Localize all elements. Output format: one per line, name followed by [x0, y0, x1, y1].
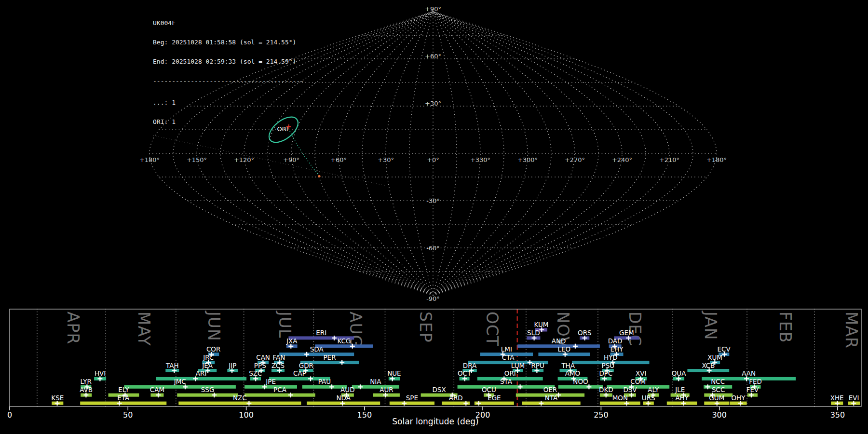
- shower-label-hvi: HVI: [95, 369, 106, 377]
- shower-label-jrc: JRC: [203, 353, 214, 361]
- longitude-label: +330°: [470, 156, 490, 163]
- longitude-label: +270°: [565, 156, 585, 163]
- shower-label-ahy: AHY: [675, 394, 689, 402]
- shower-label-dra: DRA: [463, 362, 477, 369]
- longitude-label: +30°: [378, 156, 394, 163]
- shower-label-fev: FEV: [746, 386, 759, 393]
- x-axis-title: Solar longitude (deg): [392, 417, 479, 426]
- info-panel: UK004F Beg: 20251028 01:58:58 (sol = 214…: [153, 7, 304, 132]
- longitude-label: +300°: [517, 156, 538, 163]
- shower-label-dad: DAD: [608, 337, 623, 345]
- longitude-label: +120°: [234, 156, 254, 163]
- shower-label-sta: STA: [500, 378, 513, 385]
- month-label-jan: JAN: [701, 311, 720, 340]
- longitude-label: +0°: [427, 156, 439, 163]
- month-label-may: MAY: [135, 312, 153, 346]
- shower-bar-jpe: [244, 385, 297, 389]
- shower-bar-nzc: [178, 402, 301, 405]
- shower-label-ohy: OHY: [731, 394, 746, 402]
- shower-label-kse: KSE: [51, 394, 64, 402]
- shower-label-ard: ARD: [449, 394, 463, 402]
- x-tick-label: 300: [712, 410, 727, 420]
- meridian-line: [433, 12, 575, 295]
- shower-label-sld: SLD: [527, 329, 540, 337]
- shower-label-ocu: OCU: [482, 386, 496, 393]
- shower-label-aur: AUR: [380, 386, 393, 393]
- shower-label-xvi: XVI: [636, 369, 646, 377]
- shower-label-aly: ALY: [648, 386, 659, 393]
- shower-label-amo: AMO: [565, 369, 581, 377]
- shower-label-ari: ARI: [196, 369, 207, 377]
- shower-label-dsv: DSV: [623, 386, 637, 393]
- shower-bar-jmc: [124, 385, 236, 389]
- x-tick-label: 350: [830, 410, 845, 420]
- longitude-label: +150°: [187, 156, 207, 163]
- shower-label-and: AND: [552, 337, 566, 345]
- latitude-label: -60°: [426, 244, 440, 252]
- shower-label-xcb: XCB: [702, 362, 715, 369]
- shower-label-pau: PAU: [318, 378, 331, 385]
- latitude-label: +90°: [425, 5, 441, 13]
- longitude-label: +60°: [330, 156, 347, 163]
- shower-label-cta: CTA: [502, 353, 515, 361]
- shower-label-can: CAN: [256, 353, 270, 361]
- shower-label-pps: PPS: [254, 362, 266, 369]
- shower-label-eta: ETA: [117, 394, 130, 402]
- shower-label-dkd: DKD: [599, 386, 613, 393]
- shower-label-lmi: LMI: [501, 345, 512, 353]
- shower-label-eri: ERI: [316, 329, 326, 337]
- shower-label-aud: AUD: [340, 386, 355, 393]
- shower-label-nia: NIA: [370, 378, 381, 385]
- shower-label-ssg: SSG: [201, 386, 215, 393]
- shower-label-jmc: JMC: [174, 378, 186, 385]
- shower-label-lum: LUM: [511, 362, 525, 369]
- shower-label-jpe: JPE: [265, 378, 276, 385]
- shower-label-qua: QUA: [672, 369, 687, 377]
- shower-bar-mon: [600, 402, 640, 405]
- shower-label-xhe: XHE: [830, 394, 844, 402]
- shower-label-fed: FED: [749, 378, 762, 385]
- count-unclassified: ...: 1: [153, 99, 304, 106]
- x-tick-label: 100: [239, 410, 254, 420]
- shower-label-ors: ORS: [578, 329, 592, 337]
- shower-bar-com: [607, 385, 669, 389]
- shower-label-com: COM: [630, 378, 646, 385]
- month-label-apr: APR: [64, 312, 82, 344]
- shower-label-fan: FAN: [273, 353, 285, 361]
- shower-label-tha: THA: [561, 362, 575, 369]
- meridian-line: [433, 12, 504, 295]
- x-tick-label: 50: [123, 410, 133, 420]
- shower-label-szc: SZC: [249, 369, 262, 377]
- shower-label-mon: MON: [612, 394, 628, 402]
- shower-label-ehy: EHY: [610, 345, 624, 353]
- shower-label-kcg: KCG: [337, 337, 351, 345]
- longitude-label: +90°: [283, 156, 299, 163]
- shower-label-jea: JEA: [202, 362, 213, 369]
- month-label-sep: SEP: [416, 312, 435, 343]
- meridian-line: [433, 12, 528, 295]
- shower-label-dpc: DPC: [599, 369, 612, 377]
- x-tick-label: 0: [7, 410, 12, 420]
- shower-label-lyr: LYR: [81, 378, 92, 385]
- longitude-label: +240°: [612, 156, 632, 163]
- shower-label-ncc: NCC: [711, 378, 725, 385]
- shower-label-zcs: ZCS: [271, 362, 285, 369]
- shower-label-avb: AVB: [80, 386, 93, 393]
- shower-label-sda: SDA: [310, 345, 324, 353]
- shower-label-ecv: ECV: [718, 345, 731, 353]
- month-label-mar: MAR: [842, 312, 861, 349]
- station-id: UK004F: [153, 20, 304, 26]
- shower-label-cap: CAP: [293, 369, 306, 377]
- shower-label-kum: KUM: [534, 321, 548, 328]
- shower-bar-sda: [279, 353, 354, 356]
- shower-bar-ssg: [177, 393, 238, 397]
- month-label-feb: FEB: [776, 312, 795, 343]
- meridian-line: [433, 12, 622, 295]
- shower-label-noo: NOO: [573, 378, 588, 385]
- shower-bar-nta: [522, 402, 581, 405]
- shower-bar-pca: [244, 393, 315, 397]
- longitude-label: +180°: [139, 156, 160, 163]
- shower-label-oct: OCT: [458, 369, 472, 377]
- shower-bar-kcg: [315, 344, 373, 348]
- shower-label-spe: SPE: [406, 394, 418, 402]
